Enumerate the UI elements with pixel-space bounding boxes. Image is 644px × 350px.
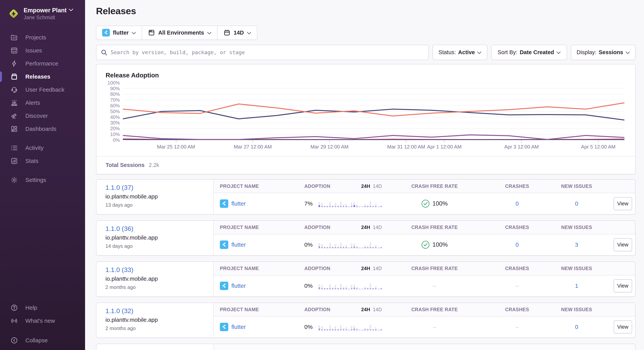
- new-issues-count-link[interactable]: 3: [575, 241, 578, 248]
- release-version-link[interactable]: 1.1.0 (32): [106, 307, 134, 315]
- release-search: [96, 45, 429, 60]
- performance-icon: [10, 59, 18, 68]
- sidebar-item-label: User Feedback: [25, 87, 64, 93]
- project-filter[interactable]: flutter: [96, 26, 142, 40]
- org-header[interactable]: Empower Plant Jane Schmidt: [0, 0, 85, 21]
- environment-filter[interactable]: All Environments: [142, 26, 217, 40]
- sparkline-14d-toggle[interactable]: 14D: [373, 266, 382, 271]
- sort-by-dropdown[interactable]: Sort By: Date Created: [491, 45, 567, 60]
- sidebar-nav-secondary: ActivityStats: [0, 141, 85, 168]
- project-link[interactable]: flutter: [231, 241, 246, 248]
- page-filter-bar: flutter All Environments 14D: [96, 26, 257, 40]
- column-header-crash-free-rate: CRASH FREE RATE: [384, 183, 484, 189]
- crash-free-empty: –: [433, 324, 436, 330]
- project-link[interactable]: flutter: [231, 282, 246, 289]
- chart-title: Release Adoption: [106, 72, 624, 79]
- sidebar-item-issues[interactable]: Issues: [0, 44, 85, 57]
- sparkline-24h-toggle[interactable]: 24H: [361, 183, 370, 189]
- chevron-down-icon: [68, 9, 74, 12]
- sidebar-item-label: Help: [25, 304, 37, 311]
- crash-free-empty: –: [433, 282, 436, 289]
- sidebar-item-dashboards[interactable]: Dashboards: [0, 122, 85, 135]
- release-version-link[interactable]: 1.1.0 (37): [106, 184, 134, 191]
- new-issues-count-link[interactable]: 1: [575, 282, 578, 289]
- release-row: 1.1.0 (33)io.planttv.mobile.app2 months …: [96, 261, 636, 297]
- sidebar-item-what-s-new[interactable]: What's new: [0, 314, 85, 327]
- discover-icon: [10, 112, 18, 120]
- y-axis-label: 20%: [110, 126, 120, 131]
- org-avatar-logo: [8, 8, 19, 19]
- release-package: io.planttv.mobile.app: [106, 275, 210, 282]
- y-axis-label: 50%: [110, 109, 120, 114]
- sidebar-item-label: Issues: [25, 47, 42, 54]
- x-axis-label: Mar 25 12:00 AM: [157, 144, 195, 150]
- view-release-button[interactable]: View: [614, 320, 632, 333]
- sparkline-24h-toggle[interactable]: 24H: [361, 307, 370, 312]
- crashes-count-link[interactable]: 0: [516, 241, 519, 248]
- org-name[interactable]: Empower Plant: [24, 7, 67, 14]
- sidebar-item-stats[interactable]: Stats: [0, 154, 85, 168]
- x-axis-label: Apr 1 12:00 AM: [427, 144, 462, 150]
- release-list: 1.1.0 (37)io.planttv.mobile.app13 days a…: [96, 179, 636, 350]
- y-axis-label: 100%: [108, 80, 120, 86]
- x-axis-label: Mar 31 12:00 AM: [387, 144, 425, 150]
- release-table-header: PROJECT NAMEADOPTION24H14DCRASH FREE RAT…: [214, 221, 635, 234]
- column-header-new-issues: NEW ISSUES: [550, 307, 604, 312]
- help-icon: [10, 303, 18, 312]
- flutter-icon: [220, 323, 228, 331]
- status-label: Status:: [438, 49, 456, 56]
- sidebar-item-settings[interactable]: Settings: [0, 173, 85, 187]
- sidebar-item-label: Dashboards: [25, 126, 56, 132]
- x-axis-label: Mar 27 12:00 AM: [234, 144, 272, 150]
- adoption-sparkline: [318, 323, 382, 330]
- crashes-count-link[interactable]: 0: [516, 200, 519, 207]
- display-dropdown[interactable]: Display: Sessions: [571, 45, 636, 60]
- sparkline-14d-toggle[interactable]: 14D: [373, 183, 382, 189]
- project-link[interactable]: flutter: [231, 200, 246, 207]
- sidebar-item-releases[interactable]: Releases: [0, 70, 85, 83]
- chevron-down-icon: [626, 49, 630, 56]
- search-input[interactable]: [110, 49, 424, 55]
- new-issues-count-link[interactable]: 0: [575, 200, 578, 207]
- x-axis-label: Mar 29 12:00 AM: [310, 144, 348, 150]
- release-row-partial: [96, 344, 636, 350]
- sparkline-24h-toggle[interactable]: 24H: [361, 225, 370, 230]
- release-table-header: PROJECT NAMEADOPTION24H14DCRASH FREE RAT…: [214, 262, 635, 275]
- sidebar-item-discover[interactable]: Discover: [0, 109, 85, 122]
- column-header-crash-free-rate: CRASH FREE RATE: [384, 307, 484, 312]
- sparkline-14d-toggle[interactable]: 14D: [373, 307, 382, 312]
- sidebar-item-help[interactable]: Help: [0, 301, 85, 314]
- view-release-button[interactable]: View: [614, 238, 632, 251]
- display-value: Sessions: [599, 49, 623, 56]
- y-axis-label: 0%: [113, 137, 120, 143]
- view-release-button[interactable]: View: [614, 279, 632, 292]
- calendar-icon: [223, 29, 230, 36]
- sidebar-item-alerts[interactable]: Alerts: [0, 96, 85, 109]
- sidebar-item-activity[interactable]: Activity: [0, 141, 85, 154]
- sort-value: Date Created: [520, 49, 554, 56]
- view-release-button[interactable]: View: [614, 197, 632, 210]
- sidebar-item-user-feedback[interactable]: User Feedback: [0, 83, 85, 96]
- release-meta: 1.1.0 (33)io.planttv.mobile.app2 months …: [96, 262, 214, 296]
- release-row: 1.1.0 (36)io.planttv.mobile.app14 days a…: [96, 220, 636, 256]
- chevron-down-icon: [477, 49, 481, 56]
- sort-label: Sort By:: [498, 49, 517, 56]
- check-circle-icon: [421, 199, 430, 208]
- release-version-link[interactable]: 1.1.0 (36): [106, 225, 134, 232]
- status-value: Active: [458, 49, 475, 56]
- date-range-filter[interactable]: 14D: [217, 26, 257, 40]
- release-table-row: flutter0%100%03View: [214, 234, 635, 255]
- status-dropdown[interactable]: Status: Active: [432, 45, 487, 60]
- chart-y-axis: 0%10%20%30%40%50%60%70%80%90%100%: [102, 83, 123, 140]
- sidebar-item-performance[interactable]: Performance: [0, 57, 85, 70]
- release-version-link[interactable]: 1.1.0 (33): [106, 266, 134, 273]
- x-axis-label: Apr 3 12:00 AM: [504, 144, 539, 150]
- total-sessions-label: Total Sessions: [106, 162, 144, 168]
- sparkline-24h-toggle[interactable]: 24H: [361, 266, 370, 271]
- new-issues-count-link[interactable]: 0: [575, 324, 578, 330]
- sidebar-item-collapse[interactable]: Collapse: [0, 334, 85, 347]
- sparkline-14d-toggle[interactable]: 14D: [373, 225, 382, 230]
- flutter-icon: [220, 240, 228, 249]
- sidebar-item-projects[interactable]: Projects: [0, 31, 85, 44]
- project-link[interactable]: flutter: [231, 324, 246, 330]
